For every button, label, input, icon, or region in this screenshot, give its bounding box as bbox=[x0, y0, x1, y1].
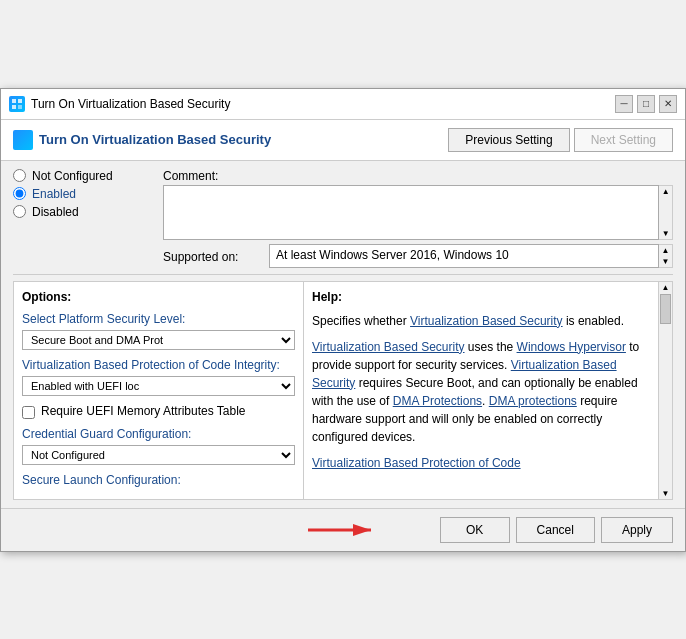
help-panel: Help: Specifies whether Virtualization B… bbox=[304, 282, 658, 499]
svg-rect-3 bbox=[18, 105, 22, 109]
cancel-button[interactable]: Cancel bbox=[516, 517, 595, 543]
header-buttons: Previous Setting Next Setting bbox=[448, 128, 673, 152]
disabled-radio[interactable] bbox=[13, 205, 26, 218]
enabled-option[interactable]: Enabled bbox=[13, 187, 163, 201]
help-text: Specifies whether Virtualization Based S… bbox=[312, 312, 650, 472]
vbs-link2: Virtualization Based Security bbox=[312, 358, 617, 390]
hypervisor-link: Windows Hypervisor bbox=[517, 340, 626, 354]
close-button[interactable]: ✕ bbox=[659, 95, 677, 113]
platform-select[interactable]: Secure Boot and DMA Prot Secure Boot Non… bbox=[22, 330, 295, 350]
scroll-up-icon[interactable]: ▲ bbox=[660, 187, 671, 196]
divider bbox=[13, 274, 673, 275]
dma-link: DMA Protections bbox=[393, 394, 482, 408]
uefi-checkbox[interactable] bbox=[22, 406, 35, 419]
help-scrollbar: ▲ ▼ bbox=[658, 282, 672, 499]
two-panel: Options: Select Platform Security Level:… bbox=[13, 281, 673, 500]
comment-textarea[interactable] bbox=[163, 185, 659, 240]
title-bar-controls: ─ □ ✕ bbox=[615, 95, 677, 113]
main-window: Turn On Virtualization Based Security ─ … bbox=[0, 88, 686, 552]
title-bar: Turn On Virtualization Based Security ─ … bbox=[1, 89, 685, 120]
next-setting-button[interactable]: Next Setting bbox=[574, 128, 673, 152]
header-title-group: Turn On Virtualization Based Security bbox=[13, 130, 271, 150]
scroll-down-icon[interactable]: ▼ bbox=[660, 229, 671, 238]
dma-link2: DMA protections bbox=[489, 394, 577, 408]
disabled-label: Disabled bbox=[32, 205, 79, 219]
credential-select[interactable]: Not Configured Enabled Disabled bbox=[22, 445, 295, 465]
not-configured-radio[interactable] bbox=[13, 169, 26, 182]
maximize-button[interactable]: □ bbox=[637, 95, 655, 113]
previous-setting-button[interactable]: Previous Setting bbox=[448, 128, 569, 152]
ok-button[interactable]: OK bbox=[440, 517, 510, 543]
options-title: Options: bbox=[22, 290, 295, 304]
vbs-label: Virtualization Based Protection of Code … bbox=[22, 358, 295, 372]
supported-scroll-down[interactable]: ▼ bbox=[660, 257, 671, 266]
virt-security-link: Virtualization Based Security bbox=[312, 340, 465, 354]
help-para-3: Virtualization Based Protection of Code bbox=[312, 454, 650, 472]
help-scroll-thumb[interactable] bbox=[660, 294, 671, 324]
enabled-label: Enabled bbox=[32, 187, 76, 201]
help-title: Help: bbox=[312, 290, 650, 304]
enabled-radio[interactable] bbox=[13, 187, 26, 200]
supported-label: Supported on: bbox=[163, 248, 263, 264]
disabled-option[interactable]: Disabled bbox=[13, 205, 163, 219]
uefi-checkbox-row: Require UEFI Memory Attributes Table bbox=[22, 404, 295, 419]
vbs-select[interactable]: Enabled with UEFI loc Enabled without lo… bbox=[22, 376, 295, 396]
secure-launch-label: Secure Launch Configuration: bbox=[22, 473, 295, 487]
comment-label: Comment: bbox=[163, 169, 673, 183]
header-icon bbox=[13, 130, 33, 150]
supported-scroll-up[interactable]: ▲ bbox=[660, 246, 671, 255]
window-icon bbox=[9, 96, 25, 112]
virt-link: Virtualization Based Security bbox=[410, 314, 563, 328]
arrow-icon bbox=[303, 518, 383, 542]
help-scroll-down[interactable]: ▼ bbox=[660, 489, 671, 498]
minimize-button[interactable]: ─ bbox=[615, 95, 633, 113]
vbp-link: Virtualization Based Protection of Code bbox=[312, 456, 521, 470]
arrow-indicator bbox=[303, 518, 383, 542]
title-bar-left: Turn On Virtualization Based Security bbox=[9, 96, 230, 112]
svg-rect-1 bbox=[18, 99, 22, 103]
help-para-1: Specifies whether Virtualization Based S… bbox=[312, 312, 650, 330]
platform-label: Select Platform Security Level: bbox=[22, 312, 295, 326]
help-panel-container: Help: Specifies whether Virtualization B… bbox=[304, 282, 672, 499]
main-content: Not Configured Enabled Disabled Comment: bbox=[1, 161, 685, 508]
credential-label: Credential Guard Configuration: bbox=[22, 427, 295, 441]
supported-value: At least Windows Server 2016, Windows 10 bbox=[269, 244, 659, 268]
not-configured-option[interactable]: Not Configured bbox=[13, 169, 163, 183]
footer: OK Cancel Apply bbox=[1, 508, 685, 551]
radio-group: Not Configured Enabled Disabled bbox=[13, 169, 163, 219]
options-panel: Options: Select Platform Security Level:… bbox=[14, 282, 304, 499]
help-para-2: Virtualization Based Security uses the W… bbox=[312, 338, 650, 446]
uefi-checkbox-label: Require UEFI Memory Attributes Table bbox=[41, 404, 246, 418]
window-title: Turn On Virtualization Based Security bbox=[31, 97, 230, 111]
header-bar: Turn On Virtualization Based Security Pr… bbox=[1, 120, 685, 161]
svg-rect-0 bbox=[12, 99, 16, 103]
apply-button[interactable]: Apply bbox=[601, 517, 673, 543]
svg-rect-2 bbox=[12, 105, 16, 109]
header-title-text: Turn On Virtualization Based Security bbox=[39, 132, 271, 147]
help-scroll-up[interactable]: ▲ bbox=[660, 283, 671, 292]
not-configured-label: Not Configured bbox=[32, 169, 113, 183]
